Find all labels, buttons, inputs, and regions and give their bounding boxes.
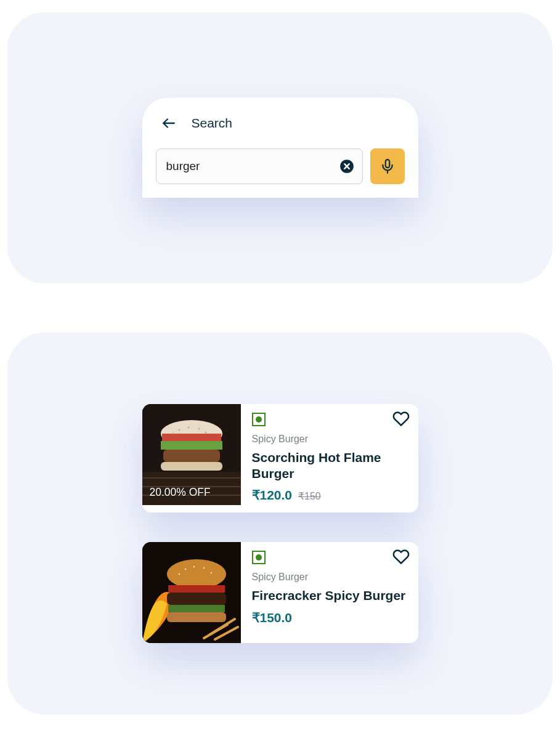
search-input[interactable] (166, 160, 339, 173)
clear-button[interactable] (339, 158, 355, 174)
heart-icon (392, 410, 410, 427)
result-price: ₹120.0 (252, 488, 293, 503)
close-circle-icon (339, 158, 355, 174)
result-category: Spicy Burger (252, 434, 408, 445)
result-card[interactable]: Spicy Burger Firecracker Spicy Burger ₹1… (142, 542, 418, 643)
svg-point-25 (178, 573, 180, 575)
svg-rect-28 (168, 605, 225, 612)
result-card[interactable]: 20.00% OFF Spicy Burger Scorching Hot Fl… (142, 404, 418, 513)
svg-point-23 (203, 567, 205, 569)
mic-icon (379, 158, 396, 174)
result-category: Spicy Burger (252, 572, 408, 583)
svg-rect-11 (161, 441, 222, 450)
svg-rect-27 (167, 593, 226, 605)
search-title: Search (192, 116, 233, 131)
svg-point-20 (167, 559, 226, 589)
result-title: Scorching Hot Flame Burger (252, 450, 408, 482)
heart-icon (392, 548, 410, 565)
svg-point-24 (210, 572, 212, 574)
arrow-left-icon (161, 115, 177, 131)
svg-point-17 (205, 432, 206, 433)
veg-indicator-icon (252, 551, 266, 564)
svg-point-15 (187, 427, 189, 428)
result-original-price: ₹150 (298, 490, 321, 502)
svg-rect-10 (162, 434, 221, 441)
svg-point-22 (193, 566, 195, 568)
svg-rect-29 (167, 612, 226, 622)
result-thumb (142, 542, 241, 643)
back-button[interactable] (161, 115, 177, 131)
svg-rect-13 (161, 462, 222, 471)
search-input-wrap[interactable] (156, 148, 363, 184)
svg-point-21 (184, 569, 186, 570)
results-list: 20.00% OFF Spicy Burger Scorching Hot Fl… (142, 404, 418, 644)
veg-indicator-icon (252, 413, 266, 426)
search-row (156, 148, 405, 184)
svg-rect-12 (163, 450, 220, 462)
svg-point-14 (178, 429, 179, 431)
svg-rect-2 (385, 160, 389, 168)
results-panel: 20.00% OFF Spicy Burger Scorching Hot Fl… (7, 333, 553, 715)
discount-badge: 20.00% OFF (150, 486, 211, 499)
result-thumb: 20.00% OFF (142, 404, 241, 505)
result-price: ₹150.0 (252, 610, 293, 625)
search-card: Search (142, 98, 418, 198)
price-row: ₹120.0 ₹150 (252, 488, 408, 503)
svg-rect-26 (168, 585, 225, 593)
burger-image-icon (142, 542, 241, 643)
result-body: Spicy Burger Firecracker Spicy Burger ₹1… (241, 542, 418, 643)
mic-button[interactable] (370, 148, 405, 184)
search-panel: Search (7, 12, 553, 283)
result-body: Spicy Burger Scorching Hot Flame Burger … (241, 404, 418, 513)
result-title: Firecracker Spicy Burger (252, 588, 408, 604)
favorite-button[interactable] (392, 548, 410, 567)
svg-point-18 (172, 433, 173, 434)
price-row: ₹150.0 (252, 610, 408, 625)
svg-point-16 (198, 428, 199, 429)
search-header: Search (156, 115, 405, 131)
favorite-button[interactable] (392, 410, 410, 429)
